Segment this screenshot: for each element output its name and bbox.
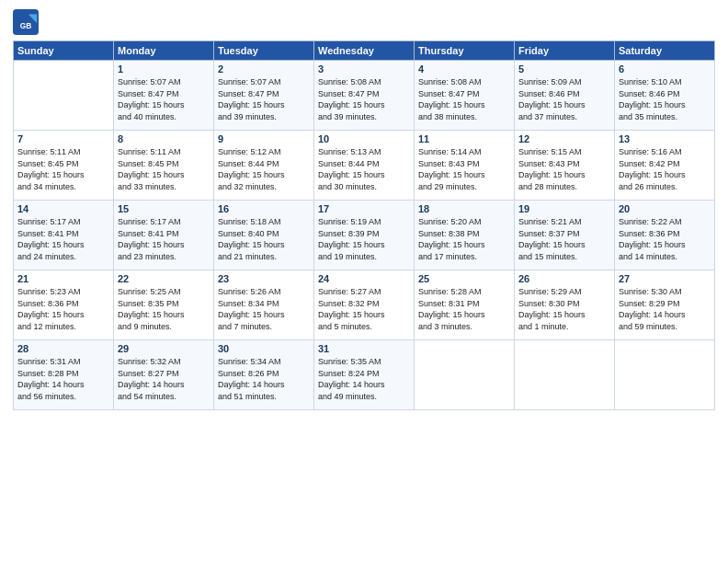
calendar-cell <box>415 340 515 410</box>
cell-details: Sunrise: 5:28 AMSunset: 8:31 PMDaylight:… <box>418 286 510 332</box>
day-number: 27 <box>619 273 711 284</box>
day-number: 19 <box>518 203 610 214</box>
weekday-header: Sunday <box>14 41 114 61</box>
cell-details: Sunrise: 5:11 AMSunset: 8:45 PMDaylight:… <box>17 146 109 192</box>
cell-details: Sunrise: 5:32 AMSunset: 8:27 PMDaylight:… <box>118 356 210 402</box>
day-number: 31 <box>318 343 410 354</box>
day-number: 12 <box>518 133 610 144</box>
day-number: 16 <box>218 203 310 214</box>
cell-details: Sunrise: 5:17 AMSunset: 8:41 PMDaylight:… <box>118 216 210 262</box>
day-number: 11 <box>418 133 510 144</box>
day-number: 17 <box>318 203 410 214</box>
calendar-cell: 11Sunrise: 5:14 AMSunset: 8:43 PMDayligh… <box>415 131 515 201</box>
day-number: 29 <box>118 343 210 354</box>
day-number: 20 <box>619 203 711 214</box>
day-number: 3 <box>318 63 410 75</box>
logo-icon: GB <box>13 9 39 35</box>
day-number: 22 <box>118 273 210 284</box>
cell-details: Sunrise: 5:07 AMSunset: 8:47 PMDaylight:… <box>118 76 210 122</box>
day-number: 8 <box>118 133 210 144</box>
calendar-cell: 4Sunrise: 5:08 AMSunset: 8:47 PMDaylight… <box>415 61 515 131</box>
calendar-cell: 13Sunrise: 5:16 AMSunset: 8:42 PMDayligh… <box>615 131 715 201</box>
calendar-cell: 10Sunrise: 5:13 AMSunset: 8:44 PMDayligh… <box>314 131 415 201</box>
day-number: 26 <box>518 273 610 284</box>
calendar-cell: 23Sunrise: 5:26 AMSunset: 8:34 PMDayligh… <box>214 270 314 340</box>
calendar-cell <box>615 340 715 410</box>
cell-details: Sunrise: 5:09 AMSunset: 8:46 PMDaylight:… <box>518 76 610 122</box>
calendar-cell: 7Sunrise: 5:11 AMSunset: 8:45 PMDaylight… <box>14 131 114 201</box>
day-number: 5 <box>518 63 610 75</box>
day-number: 24 <box>318 273 410 284</box>
logo: GB <box>13 9 40 35</box>
cell-details: Sunrise: 5:07 AMSunset: 8:47 PMDaylight:… <box>218 76 310 122</box>
weekday-header: Thursday <box>415 41 515 61</box>
weekday-header: Tuesday <box>214 41 314 61</box>
cell-details: Sunrise: 5:23 AMSunset: 8:36 PMDaylight:… <box>17 286 109 332</box>
weekday-header: Wednesday <box>314 41 415 61</box>
cell-details: Sunrise: 5:26 AMSunset: 8:34 PMDaylight:… <box>218 286 310 332</box>
calendar-week-row: 21Sunrise: 5:23 AMSunset: 8:36 PMDayligh… <box>14 270 715 340</box>
day-number: 7 <box>17 133 109 144</box>
cell-details: Sunrise: 5:21 AMSunset: 8:37 PMDaylight:… <box>518 216 610 262</box>
header: GB <box>13 9 715 35</box>
day-number: 21 <box>17 273 109 284</box>
calendar-cell: 30Sunrise: 5:34 AMSunset: 8:26 PMDayligh… <box>214 340 314 410</box>
calendar-cell <box>515 340 615 410</box>
cell-details: Sunrise: 5:27 AMSunset: 8:32 PMDaylight:… <box>318 286 410 332</box>
day-number: 6 <box>619 63 711 75</box>
day-number: 15 <box>118 203 210 214</box>
calendar-cell: 28Sunrise: 5:31 AMSunset: 8:28 PMDayligh… <box>14 340 114 410</box>
calendar-cell: 9Sunrise: 5:12 AMSunset: 8:44 PMDaylight… <box>214 131 314 201</box>
calendar-cell: 19Sunrise: 5:21 AMSunset: 8:37 PMDayligh… <box>515 201 615 270</box>
day-number: 30 <box>218 343 310 354</box>
cell-details: Sunrise: 5:12 AMSunset: 8:44 PMDaylight:… <box>218 146 310 192</box>
day-number: 23 <box>218 273 310 284</box>
page-container: GB SundayMondayTuesdayWednesdayThursdayF… <box>0 0 728 416</box>
calendar-cell: 6Sunrise: 5:10 AMSunset: 8:46 PMDaylight… <box>615 61 715 131</box>
weekday-header: Saturday <box>615 41 715 61</box>
cell-details: Sunrise: 5:31 AMSunset: 8:28 PMDaylight:… <box>17 356 109 402</box>
calendar-cell: 17Sunrise: 5:19 AMSunset: 8:39 PMDayligh… <box>314 201 415 270</box>
cell-details: Sunrise: 5:08 AMSunset: 8:47 PMDaylight:… <box>418 76 510 122</box>
calendar-cell: 3Sunrise: 5:08 AMSunset: 8:47 PMDaylight… <box>314 61 415 131</box>
day-number: 9 <box>218 133 310 144</box>
calendar-cell: 31Sunrise: 5:35 AMSunset: 8:24 PMDayligh… <box>314 340 415 410</box>
cell-details: Sunrise: 5:25 AMSunset: 8:35 PMDaylight:… <box>118 286 210 332</box>
calendar-cell <box>14 61 114 131</box>
calendar-cell: 18Sunrise: 5:20 AMSunset: 8:38 PMDayligh… <box>415 201 515 270</box>
day-number: 4 <box>418 63 510 75</box>
cell-details: Sunrise: 5:34 AMSunset: 8:26 PMDaylight:… <box>218 356 310 402</box>
calendar-cell: 29Sunrise: 5:32 AMSunset: 8:27 PMDayligh… <box>114 340 214 410</box>
calendar-cell: 25Sunrise: 5:28 AMSunset: 8:31 PMDayligh… <box>415 270 515 340</box>
day-number: 2 <box>218 63 310 75</box>
calendar-week-row: 7Sunrise: 5:11 AMSunset: 8:45 PMDaylight… <box>14 131 715 201</box>
calendar-cell: 20Sunrise: 5:22 AMSunset: 8:36 PMDayligh… <box>615 201 715 270</box>
cell-details: Sunrise: 5:15 AMSunset: 8:43 PMDaylight:… <box>518 146 610 192</box>
cell-details: Sunrise: 5:30 AMSunset: 8:29 PMDaylight:… <box>619 286 711 332</box>
cell-details: Sunrise: 5:14 AMSunset: 8:43 PMDaylight:… <box>418 146 510 192</box>
cell-details: Sunrise: 5:19 AMSunset: 8:39 PMDaylight:… <box>318 216 410 262</box>
calendar-cell: 8Sunrise: 5:11 AMSunset: 8:45 PMDaylight… <box>114 131 214 201</box>
calendar-cell: 1Sunrise: 5:07 AMSunset: 8:47 PMDaylight… <box>114 61 214 131</box>
calendar-cell: 14Sunrise: 5:17 AMSunset: 8:41 PMDayligh… <box>14 201 114 270</box>
calendar-cell: 21Sunrise: 5:23 AMSunset: 8:36 PMDayligh… <box>14 270 114 340</box>
calendar-table: SundayMondayTuesdayWednesdayThursdayFrid… <box>13 40 715 410</box>
day-number: 28 <box>17 343 109 354</box>
calendar-cell: 22Sunrise: 5:25 AMSunset: 8:35 PMDayligh… <box>114 270 214 340</box>
calendar-cell: 27Sunrise: 5:30 AMSunset: 8:29 PMDayligh… <box>615 270 715 340</box>
calendar-cell: 16Sunrise: 5:18 AMSunset: 8:40 PMDayligh… <box>214 201 314 270</box>
cell-details: Sunrise: 5:20 AMSunset: 8:38 PMDaylight:… <box>418 216 510 262</box>
cell-details: Sunrise: 5:13 AMSunset: 8:44 PMDaylight:… <box>318 146 410 192</box>
day-number: 13 <box>619 133 711 144</box>
cell-details: Sunrise: 5:10 AMSunset: 8:46 PMDaylight:… <box>619 76 711 122</box>
calendar-week-row: 14Sunrise: 5:17 AMSunset: 8:41 PMDayligh… <box>14 201 715 270</box>
day-number: 1 <box>118 63 210 75</box>
calendar-week-row: 1Sunrise: 5:07 AMSunset: 8:47 PMDaylight… <box>14 61 715 131</box>
cell-details: Sunrise: 5:11 AMSunset: 8:45 PMDaylight:… <box>118 146 210 192</box>
calendar-header-row: SundayMondayTuesdayWednesdayThursdayFrid… <box>14 41 715 61</box>
cell-details: Sunrise: 5:29 AMSunset: 8:30 PMDaylight:… <box>518 286 610 332</box>
calendar-cell: 15Sunrise: 5:17 AMSunset: 8:41 PMDayligh… <box>114 201 214 270</box>
day-number: 18 <box>418 203 510 214</box>
calendar-body: 1Sunrise: 5:07 AMSunset: 8:47 PMDaylight… <box>14 61 715 410</box>
calendar-cell: 24Sunrise: 5:27 AMSunset: 8:32 PMDayligh… <box>314 270 415 340</box>
